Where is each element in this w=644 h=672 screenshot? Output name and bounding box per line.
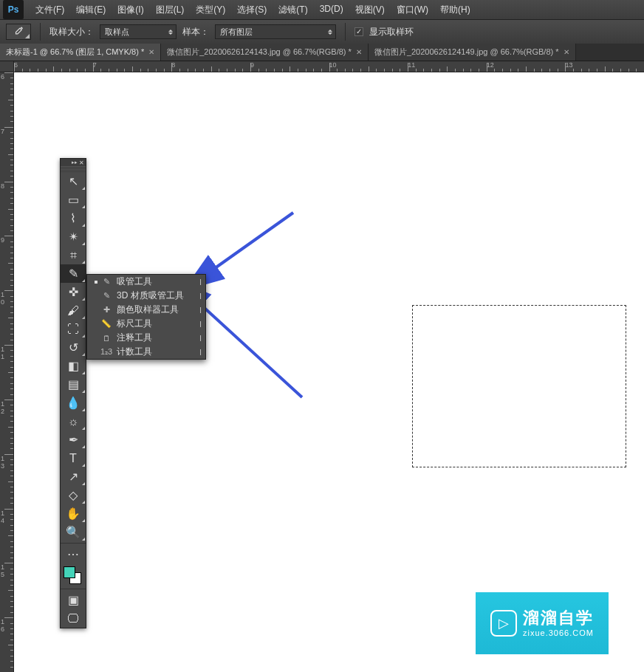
document-tab-bar: 未标题-1 @ 66.7% (图层 1, CMYK/8) *✕微信图片_2020… xyxy=(0,44,644,61)
close-icon[interactable]: ✕ xyxy=(79,160,84,166)
flyout-item[interactable]: ✚颜色取样器工具I xyxy=(87,303,205,317)
tool-icon: 📏 xyxy=(100,319,112,329)
flyout-item[interactable]: 📏标尺工具I xyxy=(87,317,205,331)
color-swatches[interactable] xyxy=(61,565,86,587)
tab-close-icon[interactable]: ✕ xyxy=(148,48,154,56)
flyout-shortcut: I xyxy=(195,348,205,357)
screenmode-button[interactable]: 🖵 xyxy=(61,609,86,628)
selection-marquee xyxy=(412,305,626,467)
flyout-item[interactable]: ✎3D 材质吸管工具I xyxy=(87,289,205,303)
options-bar: 取样大小： 取样点 样本： 所有图层 ✓ 显示取样环 xyxy=(0,19,644,44)
watermark-url: zixue.3066.COM xyxy=(523,628,594,638)
eraser-tool[interactable]: ◧ xyxy=(61,357,86,375)
flyout-label: 3D 材质吸管工具 xyxy=(117,289,195,302)
edit-toolbar-button[interactable]: ⋯ xyxy=(61,545,86,563)
eyedropper-tool[interactable]: ✎ xyxy=(61,264,86,283)
tools-panel-grip[interactable] xyxy=(61,166,86,172)
sample-size-label: 取样大小： xyxy=(49,26,94,38)
tools-panel-header[interactable]: ▸▸ ✕ xyxy=(61,159,86,166)
dodge-tool[interactable]: ☼ xyxy=(61,412,86,431)
tool-icon: 1₂3 xyxy=(100,347,112,357)
menu-item[interactable]: 3D(D) xyxy=(314,2,349,18)
flyout-label: 标尺工具 xyxy=(117,318,195,330)
marquee-tool[interactable]: ▭ xyxy=(61,191,86,209)
app-logo: Ps xyxy=(3,0,24,19)
menu-item[interactable]: 滤镜(T) xyxy=(273,2,313,18)
menu-bar: Ps 文件(F)编辑(E)图像(I)图层(L)类型(Y)选择(S)滤镜(T)3D… xyxy=(0,0,644,19)
brush-tool[interactable]: 🖌 xyxy=(61,301,86,320)
tool-icon: ✎ xyxy=(100,291,112,301)
play-icon: ▷ xyxy=(490,610,517,637)
tool-icon: ✎ xyxy=(100,277,112,287)
flyout-item[interactable]: 1₂3计数工具I xyxy=(87,345,205,359)
menu-item[interactable]: 窗口(W) xyxy=(391,2,434,18)
sample-layer-label: 样本： xyxy=(182,26,209,38)
menu-item[interactable]: 视图(V) xyxy=(349,2,391,18)
zoom-tool[interactable]: 🔍 xyxy=(61,523,86,541)
show-ring-label: 显示取样环 xyxy=(369,26,414,38)
flyout-shortcut: I xyxy=(195,306,205,315)
history-brush-tool[interactable]: ↺ xyxy=(61,338,86,357)
document-tab[interactable]: 微信图片_20200626124143.jpg @ 66.7%(RGB/8) *… xyxy=(161,44,369,61)
lasso-tool[interactable]: ⌇ xyxy=(61,209,86,227)
vertical-ruler[interactable]: 678910111213141516 xyxy=(0,72,14,672)
flyout-item[interactable]: 🗒注释工具I xyxy=(87,331,205,345)
hand-tool[interactable]: ✋ xyxy=(61,504,86,523)
sample-size-dropdown[interactable]: 取样点 xyxy=(100,24,177,39)
current-tool-indicator[interactable] xyxy=(6,24,31,40)
svg-line-0 xyxy=(212,213,293,270)
tools-panel[interactable]: ▸▸ ✕ ↖▭⌇✴⌗✎✜🖌⛶↺◧▤💧☼✒T↗◇✋🔍 ⋯ ▣ 🖵 xyxy=(60,158,86,628)
menu-item[interactable]: 选择(S) xyxy=(231,2,273,18)
type-tool[interactable]: T xyxy=(61,449,86,467)
flyout-shortcut: I xyxy=(195,320,205,329)
move-tool[interactable]: ↖ xyxy=(61,172,86,191)
foreground-swatch[interactable] xyxy=(64,566,75,578)
flyout-shortcut: I xyxy=(195,334,205,343)
flyout-shortcut: I xyxy=(195,292,205,301)
tab-title: 微信图片_20200626124149.jpg @ 66.7%(RGB/8) * xyxy=(374,47,559,58)
flyout-label: 注释工具 xyxy=(117,332,195,344)
path-select-tool[interactable]: ↗ xyxy=(61,467,86,486)
tool-icon: ✚ xyxy=(100,305,112,315)
tab-close-icon[interactable]: ✕ xyxy=(356,48,362,56)
flyout-shortcut: I xyxy=(195,278,205,287)
flyout-label: 吸管工具 xyxy=(117,275,195,288)
eyedropper-flyout[interactable]: ✎吸管工具I✎3D 材质吸管工具I✚颜色取样器工具I📏标尺工具I🗒注释工具I1₂… xyxy=(86,274,206,360)
tab-close-icon[interactable]: ✕ xyxy=(564,48,569,56)
workspace: 678910111213 678910111213141516 xyxy=(0,61,644,672)
document-tab[interactable]: 未标题-1 @ 66.7% (图层 1, CMYK/8) *✕ xyxy=(0,44,161,61)
gradient-tool[interactable]: ▤ xyxy=(61,375,86,394)
sample-layer-dropdown[interactable]: 所有图层 xyxy=(215,24,336,39)
flyout-item[interactable]: ✎吸管工具I xyxy=(87,275,205,289)
quickmask-button[interactable]: ▣ xyxy=(61,591,86,609)
show-ring-checkbox[interactable]: ✓ xyxy=(354,27,363,36)
watermark-title: 溜溜自学 xyxy=(523,608,594,628)
menu-item[interactable]: 类型(Y) xyxy=(190,2,231,18)
watermark: ▷ 溜溜自学 zixue.3066.COM xyxy=(476,592,609,654)
blur-tool[interactable]: 💧 xyxy=(61,394,86,412)
collapse-icon[interactable]: ▸▸ xyxy=(72,160,78,165)
shape-tool[interactable]: ◇ xyxy=(61,486,86,504)
ruler-corner xyxy=(0,61,14,72)
menu-item[interactable]: 文件(F) xyxy=(30,2,70,18)
flyout-label: 计数工具 xyxy=(117,346,195,358)
healing-brush-tool[interactable]: ✜ xyxy=(61,283,86,301)
menu-item[interactable]: 图像(I) xyxy=(112,2,149,18)
stamp-tool[interactable]: ⛶ xyxy=(61,320,86,338)
eyedropper-icon xyxy=(13,27,24,37)
horizontal-ruler[interactable]: 678910111213 xyxy=(14,61,644,72)
tab-title: 未标题-1 @ 66.7% (图层 1, CMYK/8) * xyxy=(6,47,144,58)
menu-item[interactable]: 图层(L) xyxy=(150,2,191,18)
menu-item[interactable]: 帮助(H) xyxy=(434,2,476,18)
document-tab[interactable]: 微信图片_20200626124149.jpg @ 66.7%(RGB/8) *… xyxy=(369,44,576,61)
tool-icon: 🗒 xyxy=(100,334,112,343)
tab-title: 微信图片_20200626124143.jpg @ 66.7%(RGB/8) * xyxy=(167,47,352,58)
svg-line-1 xyxy=(197,301,302,397)
flyout-label: 颜色取样器工具 xyxy=(117,304,195,316)
pen-tool[interactable]: ✒ xyxy=(61,431,86,449)
magic-wand-tool[interactable]: ✴ xyxy=(61,227,86,246)
crop-tool[interactable]: ⌗ xyxy=(61,246,86,264)
document-canvas[interactable] xyxy=(14,72,644,672)
menu-item[interactable]: 编辑(E) xyxy=(70,2,112,18)
